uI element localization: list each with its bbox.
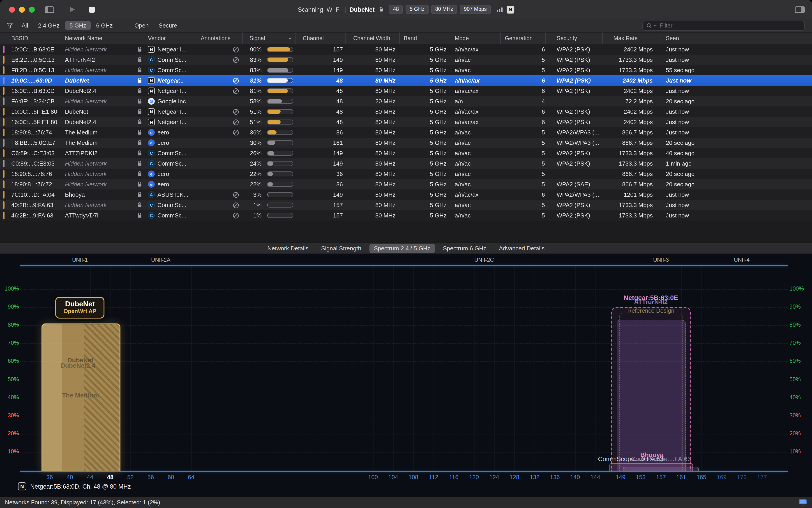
- channel-tick-label: 149: [615, 474, 625, 480]
- zoom-window-button[interactable]: [29, 6, 35, 12]
- row-color-indicator: [0, 189, 7, 200]
- signal-bar-cell: [266, 44, 296, 54]
- table-header: BSSID Network Name Vendor Annotations Si…: [0, 33, 812, 44]
- signal-bar-track: [267, 130, 293, 135]
- table-row[interactable]: 40:2B:...9:FA:63Hidden NetworkCCommSc...…: [0, 200, 812, 210]
- sidebar-toggle-icon[interactable]: [45, 6, 54, 13]
- column-header-channel-width[interactable]: Channel Width: [346, 33, 400, 44]
- vendor-cell: NNetgear I...: [147, 44, 200, 54]
- table-row[interactable]: 10:0C:...5F:E1:80DubeNetNNetgear I...51%…: [0, 107, 812, 117]
- table-row[interactable]: E6:2D:...0:5C:13ATTrurN4I2CCommSc...83%1…: [0, 54, 812, 65]
- signal-bar-cell: [266, 189, 296, 200]
- vendor-cell: NNetgear I...: [147, 86, 200, 96]
- max-rate-cell: 1733.3 Mbps: [603, 210, 660, 221]
- table-row[interactable]: 16:0C:...5F:E1:80DubeNet2.4NNetgear I...…: [0, 117, 812, 127]
- table-row[interactable]: 7C:10:...D:FA:04BhooyaAASUSTeK...3%14980…: [0, 189, 812, 200]
- row-color-indicator: [0, 179, 7, 189]
- vendor-icon: G: [148, 98, 155, 105]
- start-scan-icon[interactable]: [70, 6, 75, 13]
- tab-spectrum-6-ghz[interactable]: Spectrum 6 GHz: [438, 243, 491, 253]
- lock-icon: [132, 86, 147, 96]
- security-filter-open[interactable]: Open: [130, 21, 154, 30]
- signal-bar-track: [267, 140, 293, 145]
- mode-cell: a/n/ac: [450, 158, 501, 169]
- display-monitor-icon[interactable]: [799, 499, 807, 506]
- minimize-window-button[interactable]: [19, 6, 25, 12]
- filter-funnel-icon[interactable]: [6, 22, 13, 29]
- lock-icon: [132, 138, 147, 148]
- column-header-generation[interactable]: Generation: [501, 33, 546, 44]
- column-header-max-rate[interactable]: Max Rate: [603, 33, 660, 44]
- column-header-network-name[interactable]: Network Name: [64, 33, 147, 44]
- security-filter-secure[interactable]: Secure: [154, 21, 181, 30]
- signal-bar-track: [267, 109, 293, 114]
- table-row[interactable]: 18:90:8...:76:74The Mediumeeero36%3680 M…: [0, 127, 812, 138]
- channel-width-cell: 80 MHz: [346, 158, 400, 169]
- seen-cell: Just now: [660, 189, 812, 200]
- signal-bar-fill: [267, 203, 268, 207]
- column-header-mode[interactable]: Mode: [450, 33, 501, 44]
- channel-cell: 157: [296, 210, 346, 221]
- column-header-bssid[interactable]: BSSID: [7, 33, 64, 44]
- signal-bar-track: [267, 99, 293, 104]
- security-cell: WPA2/WPA3 (...: [546, 138, 603, 148]
- stop-scan-icon[interactable]: [89, 6, 95, 12]
- spectrum-network-shape[interactable]: [619, 313, 683, 471]
- panel-toggle-icon[interactable]: [795, 6, 805, 13]
- tab-signal-strength[interactable]: Signal Strength: [317, 243, 366, 253]
- max-rate-cell: 866.7 Mbps: [603, 169, 660, 179]
- tab-network-details[interactable]: Network Details: [263, 243, 313, 253]
- lock-icon: [132, 169, 147, 179]
- signal-percent-cell: 1%: [243, 200, 266, 210]
- band-cell: 5 GHz: [400, 117, 450, 127]
- tab-spectrum-2-4-5-ghz[interactable]: Spectrum 2.4 / 5 GHz: [370, 243, 435, 253]
- table-row[interactable]: 18:90:8...:76:72Hidden Networkeeero22%36…: [0, 179, 812, 189]
- table-row[interactable]: C0:89:...C:E3:03Hidden NetworkCCommSc...…: [0, 158, 812, 169]
- channel-width-cell: 80 MHz: [346, 117, 400, 127]
- row-color-indicator: [0, 148, 7, 158]
- search-filter-input[interactable]: Filter: [642, 20, 805, 31]
- table-row[interactable]: C6:89:...C:E3:03ATTZiPDKI2CCommSc...26%1…: [0, 148, 812, 158]
- security-cell: WPA2/WPA3 (...: [546, 127, 603, 138]
- band-filter-all[interactable]: All: [17, 21, 33, 30]
- column-header-band[interactable]: Band: [400, 33, 450, 44]
- band-cell: 5 GHz: [400, 179, 450, 189]
- row-color-indicator: [0, 96, 7, 107]
- channel-tick-label: 161: [676, 474, 686, 480]
- table-row[interactable]: 16:0C:...B:63:0DDubeNet2.4NNetgear I...8…: [0, 86, 812, 96]
- table-row[interactable]: FA:8F:...3:24:CBHidden NetworkGGoogle In…: [0, 96, 812, 107]
- channel-width-cell: 80 MHz: [346, 189, 400, 200]
- signal-percent-cell: 81%: [243, 86, 266, 96]
- table-row[interactable]: F8:2D:...0:5C:13Hidden NetworkCCommSc...…: [0, 65, 812, 75]
- table-row[interactable]: 10:0C:...B:63:0EHidden NetworkNNetgear I…: [0, 44, 812, 54]
- table-row[interactable]: 18:90:8...:76:76Hidden Networkeeero22%36…: [0, 169, 812, 179]
- table-row[interactable]: F8:BB:...5:0C:E7The Mediumeeero30%16180 …: [0, 138, 812, 148]
- table-row[interactable]: 10:0C:...:63:0DDubeNetNNetgear...81%4880…: [0, 75, 812, 86]
- window-title: Scanning: Wi-Fi | DubeNet 485 GHz80 MHz9…: [298, 0, 514, 19]
- tab-advanced-details[interactable]: Advanced Details: [495, 243, 549, 253]
- signal-bar-fill: [267, 110, 281, 114]
- spectrum-network-shape[interactable]: [623, 467, 699, 471]
- channel-cell: 149: [296, 189, 346, 200]
- network-name-cell: ATTZiPDKI2: [64, 148, 132, 158]
- band-filter-6ghz[interactable]: 6 GHz: [92, 21, 117, 30]
- band-filter-24ghz[interactable]: 2.4 GHz: [34, 21, 64, 30]
- title-separator: |: [344, 6, 346, 13]
- close-window-button[interactable]: [9, 6, 15, 12]
- signal-bar-track: [267, 151, 293, 156]
- column-header-annotations[interactable]: Annotations: [200, 33, 243, 44]
- bssid-cell: 7C:10:...D:FA:04: [7, 189, 64, 200]
- connection-badge: 48: [389, 5, 403, 14]
- signal-bar-track: [267, 120, 293, 125]
- annotation-icon: [200, 179, 243, 189]
- column-header-security[interactable]: Security: [546, 33, 603, 44]
- column-header-signal[interactable]: Signal: [243, 33, 296, 44]
- channel-tick-label: 132: [530, 474, 540, 480]
- table-row[interactable]: 46:2B:...9:FA:63ATTwdyVD7iCCommSc...1%15…: [0, 210, 812, 221]
- column-header-seen[interactable]: Seen: [660, 33, 812, 44]
- column-header-channel[interactable]: Channel: [296, 33, 346, 44]
- band-filter-5ghz[interactable]: 5 GHz: [65, 21, 91, 30]
- channel-cell: 36: [296, 127, 346, 138]
- column-header-vendor[interactable]: Vendor: [147, 33, 200, 44]
- band-cell: 5 GHz: [400, 107, 450, 117]
